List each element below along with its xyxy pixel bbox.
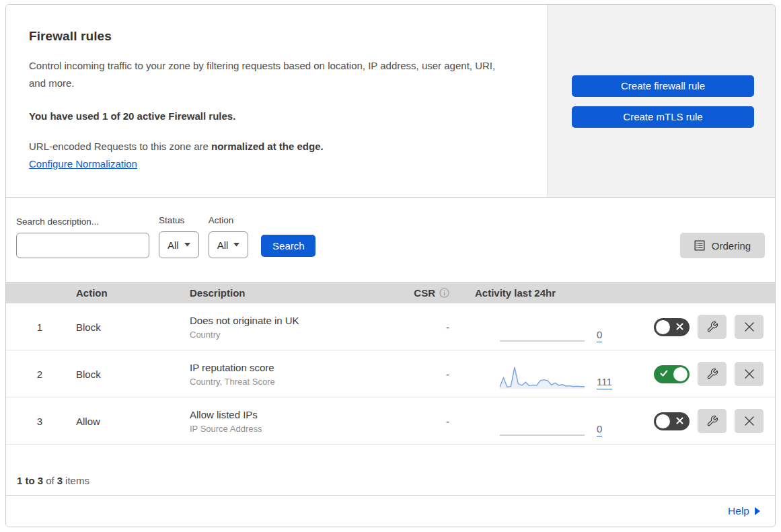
rule-priority: 2 bbox=[6, 369, 73, 380]
rule-fields: Country, Threat Score bbox=[190, 377, 393, 387]
rule-csr-value: - bbox=[393, 416, 455, 427]
items-text: items bbox=[65, 475, 89, 486]
activity-count-link[interactable]: 0 bbox=[597, 424, 602, 436]
help-label: Help bbox=[728, 505, 749, 517]
toggle-knob bbox=[656, 320, 670, 334]
edit-rule-button[interactable] bbox=[698, 315, 727, 339]
action-column-header: Action bbox=[73, 287, 184, 299]
table-header: Action Description CSR Activity last 24h… bbox=[6, 282, 775, 303]
rule-description: IP reputation score bbox=[190, 362, 393, 373]
rule-description-cell: Allow listed IPs IP Source Address bbox=[184, 409, 393, 434]
status-filter-group: Status All bbox=[159, 215, 199, 258]
activity-count-link[interactable]: 111 bbox=[597, 377, 612, 389]
firewall-rules-card: Firewall rules Control incoming traffic … bbox=[5, 4, 776, 527]
close-icon bbox=[744, 369, 755, 379]
search-input[interactable] bbox=[24, 233, 155, 258]
x-icon bbox=[676, 323, 683, 330]
rule-controls bbox=[651, 362, 775, 386]
status-label: Status bbox=[159, 215, 199, 225]
rule-enabled-toggle[interactable] bbox=[654, 365, 690, 383]
ordering-button[interactable]: Ordering bbox=[680, 233, 765, 258]
activity-sparkline bbox=[500, 412, 585, 436]
rule-controls bbox=[651, 315, 775, 339]
rule-activity-cell: 0 bbox=[455, 303, 651, 350]
rule-enabled-toggle[interactable] bbox=[654, 412, 690, 430]
activity-sparkline bbox=[500, 365, 585, 389]
arrow-right-icon bbox=[754, 507, 761, 515]
search-button[interactable]: Search bbox=[261, 235, 315, 257]
of-text: of bbox=[46, 475, 54, 486]
rule-csr-value: - bbox=[393, 321, 455, 333]
delete-rule-button[interactable] bbox=[735, 409, 764, 433]
rule-priority: 3 bbox=[6, 416, 73, 427]
usage-summary: You have used 1 of 20 active Firewall ru… bbox=[29, 110, 524, 122]
table-row: 3 Allow Allow listed IPs IP Source Addre… bbox=[6, 397, 775, 445]
delete-rule-button[interactable] bbox=[735, 315, 764, 339]
rule-enabled-toggle[interactable] bbox=[654, 318, 690, 336]
close-icon bbox=[744, 321, 755, 332]
status-filter-value: All bbox=[168, 239, 179, 251]
pagination-summary: 1 to 3 of 3 items bbox=[6, 445, 775, 496]
table-row: 1 Block Does not originate in UK Country… bbox=[6, 303, 775, 350]
range-text: 1 to 3 bbox=[17, 475, 43, 486]
header-section: Firewall rules Control incoming traffic … bbox=[6, 5, 775, 198]
action-label: Action bbox=[209, 215, 249, 225]
wrench-icon bbox=[706, 368, 718, 380]
create-firewall-rule-button[interactable]: Create firewall rule bbox=[572, 75, 754, 97]
wrench-icon bbox=[706, 415, 718, 427]
csr-column-header: CSR bbox=[393, 287, 455, 299]
activity-sparkline bbox=[500, 318, 585, 342]
configure-normalization-link[interactable]: Configure Normalization bbox=[29, 158, 137, 169]
rule-fields: Country bbox=[190, 330, 393, 340]
delete-rule-button[interactable] bbox=[735, 362, 764, 386]
wrench-icon bbox=[706, 321, 718, 333]
firewall-rules-page: Firewall rules Control incoming traffic … bbox=[0, 0, 781, 532]
rule-fields: IP Source Address bbox=[190, 424, 393, 434]
toggle-knob bbox=[673, 367, 687, 381]
normalization-bold: normalized at the edge. bbox=[211, 141, 324, 152]
close-icon bbox=[744, 416, 755, 426]
chevron-down-icon bbox=[233, 243, 239, 247]
action-filter-dropdown[interactable]: All bbox=[209, 231, 249, 258]
action-filter-value: All bbox=[217, 239, 229, 251]
action-filter-group: Action All bbox=[209, 215, 249, 258]
filter-bar: Search description... Status All Action bbox=[6, 198, 775, 282]
search-filter-group: Search description... bbox=[16, 217, 149, 258]
chevron-down-icon bbox=[184, 243, 190, 247]
edit-rule-button[interactable] bbox=[698, 409, 727, 433]
x-icon bbox=[676, 417, 683, 424]
ordering-button-label: Ordering bbox=[712, 240, 751, 252]
rule-action: Block bbox=[73, 369, 184, 380]
rule-description: Allow listed IPs bbox=[190, 409, 393, 420]
total-count: 3 bbox=[57, 475, 63, 486]
description-column-header: Description bbox=[184, 287, 393, 299]
rule-description-cell: Does not originate in UK Country bbox=[184, 315, 393, 340]
rule-controls bbox=[651, 409, 775, 433]
rule-csr-value: - bbox=[393, 369, 455, 380]
page-description: Control incoming traffic to your zone by… bbox=[29, 57, 500, 92]
activity-column-header: Activity last 24hr bbox=[455, 287, 651, 299]
check-icon bbox=[660, 370, 668, 377]
actions-panel: Create firewall rule Create mTLS rule bbox=[547, 5, 775, 197]
csr-header-label: CSR bbox=[414, 287, 435, 299]
rule-activity-cell: 0 bbox=[455, 397, 651, 445]
info-icon[interactable] bbox=[439, 288, 449, 298]
help-link[interactable]: Help bbox=[728, 505, 761, 517]
rule-activity-cell: 111 bbox=[455, 350, 651, 397]
edit-rule-button[interactable] bbox=[698, 362, 727, 386]
status-filter-dropdown[interactable]: All bbox=[159, 231, 199, 258]
normalization-text: URL-encoded Requests to this zone are no… bbox=[29, 141, 524, 152]
search-input-wrapper bbox=[16, 233, 149, 258]
rule-action: Allow bbox=[73, 416, 184, 427]
rule-action: Block bbox=[73, 321, 184, 333]
table-row: 2 Block IP reputation score Country, Thr… bbox=[6, 350, 775, 397]
page-title: Firewall rules bbox=[29, 29, 524, 44]
rule-description-cell: IP reputation score Country, Threat Scor… bbox=[184, 362, 393, 387]
header-text-block: Firewall rules Control incoming traffic … bbox=[6, 5, 547, 197]
create-mtls-rule-button[interactable]: Create mTLS rule bbox=[572, 106, 754, 128]
activity-count-link[interactable]: 0 bbox=[597, 330, 602, 342]
search-label: Search description... bbox=[16, 217, 149, 227]
normalization-prefix: URL-encoded Requests to this zone are bbox=[29, 141, 211, 152]
rule-priority: 1 bbox=[6, 321, 73, 333]
help-bar: Help bbox=[6, 496, 775, 527]
